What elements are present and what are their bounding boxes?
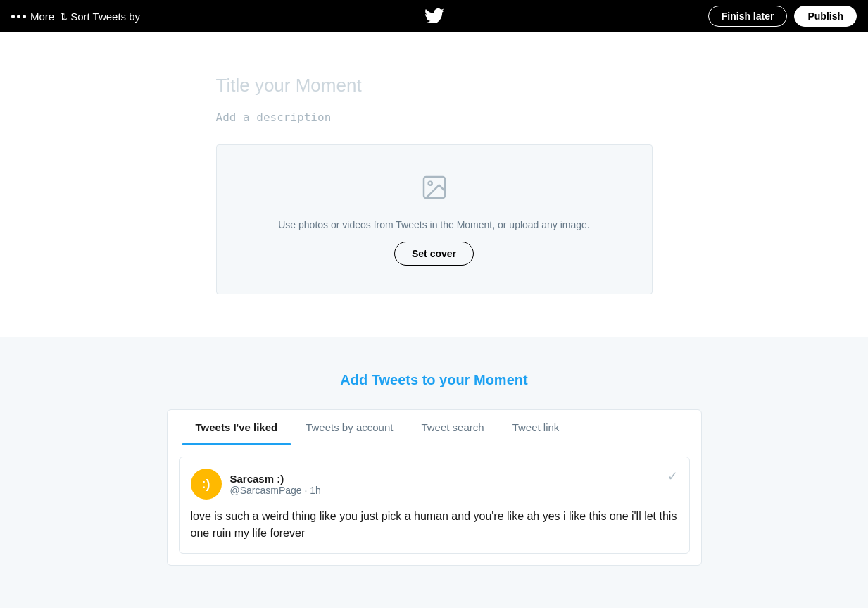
publish-button[interactable]: Publish [794, 6, 857, 27]
sort-icon: ⇅ [60, 11, 68, 22]
finish-later-button[interactable]: Finish later [708, 6, 788, 27]
main-content: Use photos or videos from Tweets in the … [0, 32, 868, 337]
tweets-tabs: Tweets I've liked Tweets by account Twee… [168, 410, 701, 445]
sort-tweets-label: Sort Tweets by [70, 11, 140, 23]
avatar: :) [191, 469, 222, 500]
tweets-list: :) Sarcasm :) @SarcasmPage · 1h love is … [168, 445, 701, 565]
more-dots-icon [11, 15, 26, 18]
tweet-text: love is such a weird thing like you just… [191, 508, 678, 542]
title-input[interactable] [216, 75, 653, 97]
bottom-section: Add Tweets to your Moment Tweets I've li… [0, 337, 868, 608]
more-label: More [30, 11, 54, 23]
cover-area: Use photos or videos from Tweets in the … [216, 144, 653, 294]
nav-left: More ⇅ Sort Tweets by [11, 11, 140, 23]
twitter-bird-icon [424, 6, 444, 23]
nav-center-logo [424, 6, 444, 26]
tweet-display-name: Sarcasm :) [230, 473, 321, 485]
tweets-panel: Tweets I've liked Tweets by account Twee… [167, 409, 702, 566]
cover-description-text: Use photos or videos from Tweets in the … [278, 219, 590, 230]
sort-tweets-button[interactable]: ⇅ Sort Tweets by [60, 11, 140, 23]
cover-image-icon [420, 173, 448, 208]
tweet-check-icon: ✓ [667, 469, 678, 484]
description-input[interactable] [216, 111, 653, 137]
tweet-header: :) Sarcasm :) @SarcasmPage · 1h [191, 469, 678, 500]
moment-form [216, 75, 653, 137]
tab-search[interactable]: Tweet search [407, 410, 498, 445]
nav-right: Finish later Publish [708, 6, 857, 27]
more-button[interactable]: More [11, 11, 54, 23]
svg-point-1 [428, 182, 432, 185]
tweet-user-info: Sarcasm :) @SarcasmPage · 1h [230, 473, 321, 496]
tweet-card[interactable]: :) Sarcasm :) @SarcasmPage · 1h love is … [179, 457, 690, 554]
tweet-handle-time: @SarcasmPage · 1h [230, 485, 321, 496]
set-cover-button[interactable]: Set cover [394, 242, 474, 266]
add-tweets-title: Add Tweets to your Moment [340, 372, 527, 388]
tab-by-account[interactable]: Tweets by account [291, 410, 407, 445]
tab-link[interactable]: Tweet link [498, 410, 574, 445]
tab-liked[interactable]: Tweets I've liked [182, 410, 292, 445]
top-nav: More ⇅ Sort Tweets by Finish later Publi… [0, 0, 868, 32]
